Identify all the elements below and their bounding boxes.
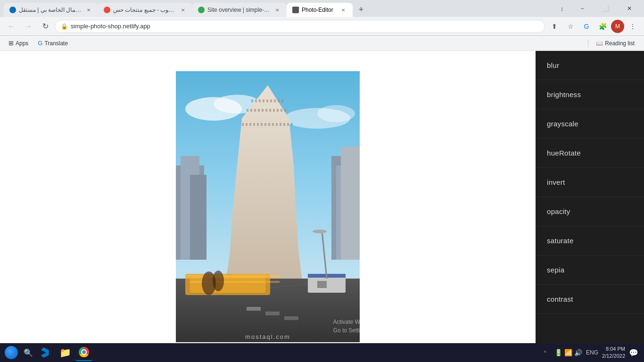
sepia-label: sepia bbox=[547, 266, 564, 274]
brightness-label: brightness bbox=[547, 90, 581, 99]
translate-icon[interactable]: G bbox=[579, 19, 594, 34]
svg-rect-27 bbox=[269, 109, 271, 112]
right-sidebar: blur brightness grayscale hueRotate inve… bbox=[536, 51, 644, 362]
reading-list-button[interactable]: 📖 Reading list bbox=[592, 39, 638, 48]
window-controls: ↕ − ⬜ ✕ bbox=[554, 0, 640, 17]
start-button[interactable] bbox=[4, 345, 19, 360]
svg-rect-28 bbox=[273, 109, 275, 112]
sidebar-item-grayscale[interactable]: grayscale bbox=[536, 109, 644, 139]
svg-point-62 bbox=[213, 271, 224, 291]
sidebar-item-invert[interactable]: invert bbox=[536, 168, 644, 197]
tab-2[interactable]: حسابات حسوب - جميع منتجات حس... ✕ bbox=[98, 3, 192, 17]
reading-list-label: Reading list bbox=[605, 40, 635, 47]
svg-rect-18 bbox=[274, 99, 276, 102]
svg-rect-43 bbox=[283, 123, 285, 126]
star-icon[interactable]: ☆ bbox=[563, 19, 578, 34]
tab-1[interactable]: الأعمال الخاصة بي | مستقل ✕ bbox=[4, 3, 98, 17]
taskbar-explorer[interactable]: 📁 bbox=[57, 344, 74, 361]
svg-rect-35 bbox=[253, 123, 255, 126]
taskbar-chrome[interactable] bbox=[75, 344, 92, 361]
taskbar-search[interactable]: 🔍 bbox=[21, 345, 36, 360]
svg-rect-45 bbox=[291, 123, 293, 126]
sidebar-item-brightness[interactable]: brightness bbox=[536, 80, 644, 109]
volume-icon: 🔊 bbox=[574, 349, 582, 356]
tab-4[interactable]: Photo-Editor ✕ bbox=[287, 3, 353, 17]
svg-rect-32 bbox=[242, 123, 244, 126]
refresh-button[interactable]: ↻ bbox=[38, 19, 53, 34]
tabs-container: الأعمال الخاصة بي | مستقل ✕ حسابات حسوب … bbox=[4, 0, 554, 17]
svg-rect-39 bbox=[268, 123, 270, 126]
profile-avatar[interactable]: M bbox=[611, 20, 624, 33]
svg-rect-20 bbox=[281, 99, 283, 102]
svg-rect-25 bbox=[262, 109, 264, 112]
tab-4-close[interactable]: ✕ bbox=[339, 6, 347, 14]
tab-1-close[interactable]: ✕ bbox=[85, 6, 92, 14]
windows-orb bbox=[5, 346, 18, 359]
taskbar-vscode[interactable] bbox=[38, 344, 55, 361]
svg-rect-7 bbox=[190, 175, 206, 260]
maximize-button[interactable]: ⬜ bbox=[595, 0, 617, 17]
system-tray: ^ 🔋 📶 🔊 ENG bbox=[537, 345, 600, 360]
tab-3-title: Site overview | simple-photo-sho... bbox=[207, 7, 271, 13]
sidebar-item-saturate[interactable]: saturate bbox=[536, 226, 644, 255]
tab-4-favicon bbox=[292, 7, 299, 13]
address-bar[interactable]: 🔒 simple-photo-shop.netlify.app bbox=[55, 20, 545, 33]
tab-1-title: الأعمال الخاصة بي | مستقل bbox=[19, 7, 82, 13]
menu-icon[interactable]: ⋮ bbox=[625, 19, 640, 34]
reading-list-divider bbox=[588, 40, 588, 47]
svg-rect-26 bbox=[265, 109, 267, 112]
content-area: mostaql.com Activate Windows Go to Setti… bbox=[0, 51, 644, 362]
tab-3[interactable]: Site overview | simple-photo-sho... ✕ bbox=[192, 3, 287, 17]
taskbar: 🔍 📁 ^ 🔋 📶 🔊 ENG 8:04 PM 2/12/2022 💬 bbox=[0, 343, 644, 362]
tab-1-favicon bbox=[9, 7, 16, 13]
svg-rect-42 bbox=[280, 123, 281, 126]
svg-rect-54 bbox=[185, 275, 280, 278]
forward-button[interactable]: → bbox=[21, 19, 36, 34]
opacity-label: opacity bbox=[547, 207, 570, 215]
chrome-icon bbox=[79, 347, 89, 357]
tab-3-close[interactable]: ✕ bbox=[273, 6, 281, 14]
share-icon[interactable]: ⬆ bbox=[547, 19, 562, 34]
translate-bookmark[interactable]: G Translate bbox=[35, 39, 71, 48]
extensions-icon[interactable]: 🧩 bbox=[595, 19, 610, 34]
invert-label: invert bbox=[547, 178, 565, 186]
language-label: ENG bbox=[586, 349, 598, 356]
svg-rect-29 bbox=[277, 109, 279, 112]
tab-2-title: حسابات حسوب - جميع منتجات حس... bbox=[113, 7, 176, 13]
svg-rect-36 bbox=[257, 123, 259, 126]
address-text: simple-photo-shop.netlify.app bbox=[71, 23, 539, 30]
svg-rect-17 bbox=[270, 99, 272, 102]
new-tab-button[interactable]: + bbox=[355, 3, 368, 16]
tab-3-favicon bbox=[198, 7, 205, 13]
sidebar-item-sepia[interactable]: sepia bbox=[536, 255, 644, 285]
grayscale-label: grayscale bbox=[547, 120, 578, 128]
svg-text:mostaql.com: mostaql.com bbox=[245, 333, 290, 340]
editor-area: mostaql.com Activate Windows Go to Setti… bbox=[0, 51, 536, 362]
sidebar-item-opacity[interactable]: opacity bbox=[536, 197, 644, 226]
profile-icon[interactable]: ↕ bbox=[554, 1, 570, 16]
svg-point-4 bbox=[317, 105, 355, 122]
back-button[interactable]: ← bbox=[4, 19, 19, 34]
svg-rect-40 bbox=[272, 123, 274, 126]
tab-2-close[interactable]: ✕ bbox=[179, 6, 187, 14]
sidebar-item-blur[interactable]: blur bbox=[536, 51, 644, 80]
svg-rect-19 bbox=[278, 99, 280, 102]
network-icon: 📶 bbox=[564, 349, 572, 356]
svg-rect-38 bbox=[264, 123, 266, 126]
nav-actions: ⬆ ☆ G 🧩 M ⋮ bbox=[547, 19, 640, 34]
sidebar-item-huerotate[interactable]: hueRotate bbox=[536, 139, 644, 168]
minimize-button[interactable]: − bbox=[571, 0, 593, 17]
notification-button[interactable]: 💬 bbox=[627, 346, 640, 359]
close-button[interactable]: ✕ bbox=[619, 0, 640, 17]
apps-bookmark[interactable]: ⊞ Apps bbox=[6, 39, 31, 48]
nav-bar: ← → ↻ 🔒 simple-photo-shop.netlify.app ⬆ … bbox=[0, 17, 644, 36]
blur-label: blur bbox=[547, 61, 559, 69]
photo-container: mostaql.com bbox=[176, 71, 360, 342]
taskbar-clock[interactable]: 8:04 PM 2/12/2022 bbox=[602, 346, 625, 360]
tray-icons[interactable]: ^ bbox=[537, 345, 553, 360]
sidebar-item-contrast[interactable]: contrast bbox=[536, 285, 644, 314]
svg-rect-31 bbox=[284, 109, 286, 112]
svg-rect-44 bbox=[287, 123, 289, 126]
svg-rect-22 bbox=[250, 109, 252, 112]
title-bar: الأعمال الخاصة بي | مستقل ✕ حسابات حسوب … bbox=[0, 0, 644, 17]
